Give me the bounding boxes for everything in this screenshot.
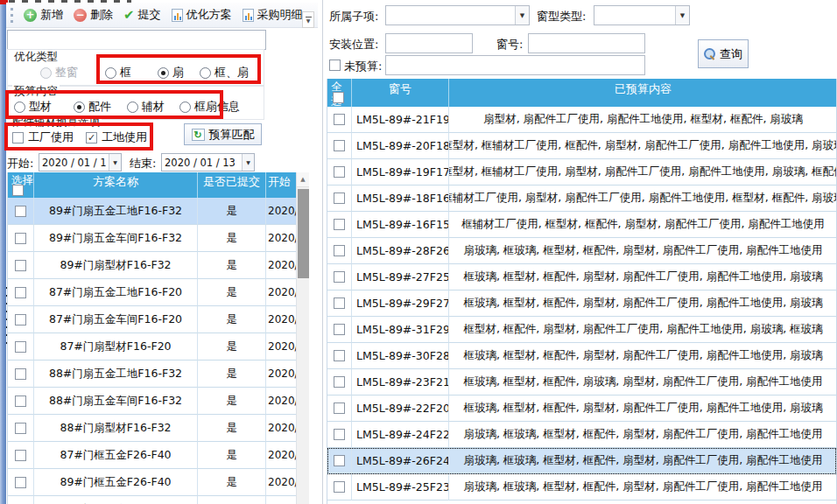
row-checkbox[interactable] (15, 287, 26, 298)
plan-header-name[interactable]: 方案名称 (34, 172, 198, 198)
start-date-picker[interactable]: 2020 / 01 / 1 ▼ (39, 153, 122, 172)
plan-header-submitted[interactable]: 是否已提交 (198, 172, 266, 198)
toolbar-button-remove[interactable]: −删除 (68, 5, 118, 24)
table-row[interactable]: LM5L-89#-27F25框玻璃, 框型材, 框配件, 扇型材, 扇配件工厂使… (327, 264, 836, 290)
row-checkbox[interactable] (15, 260, 26, 271)
row-checkbox[interactable] (334, 350, 345, 361)
row-checkbox[interactable] (334, 140, 345, 151)
radio-budget-2[interactable]: 配件 (74, 99, 111, 115)
table-row[interactable]: 89#门扇五金工地F16-F32是2020/0 (8, 198, 309, 225)
table-row[interactable]: LM5L-89#-18F16框辅材工厂使用, 扇型材, 扇配件工厂使用, 扇配件… (327, 186, 836, 212)
toolbar-grip[interactable] (11, 8, 13, 23)
table-row[interactable]: 88#门扇五金工地F16-F32是2020/0 (8, 360, 309, 388)
header-window-no[interactable]: 窗号 (352, 79, 449, 107)
row-checkbox[interactable] (334, 402, 345, 414)
table-row[interactable]: 87#门框五金F26-F40是2020/0 (8, 442, 309, 469)
row-checkbox[interactable] (334, 324, 345, 335)
row-checkbox[interactable] (334, 271, 345, 283)
budgeted-content-cell: 框辅材工厂使用, 扇型材, 扇配件工厂使用, 扇配件工地使用, 框型材, 框配件… (449, 186, 837, 212)
radio-budget-4[interactable]: 框扇信息 (179, 99, 240, 115)
window-type-select[interactable]: ▼ (594, 5, 690, 25)
row-checkbox[interactable] (15, 314, 26, 326)
table-row[interactable]: 88#门扇五金车间F16-F32是2020/0 (8, 388, 309, 415)
plan-header-start[interactable]: 开始 (266, 172, 297, 198)
row-checkbox[interactable] (15, 396, 26, 407)
table-row[interactable]: 89#门扇型材F16-F32是2020/0 (8, 252, 309, 279)
table-row[interactable]: LM5L-89#-19F17框型材, 框辅材工厂使用, 扇型材, 扇配件工厂使用… (327, 159, 836, 186)
row-checkbox[interactable] (334, 429, 345, 440)
row-checkbox[interactable] (334, 192, 345, 204)
table-row[interactable]: LM5L-89#-16F15框辅材工厂使用, 框型材, 框配件, 扇型材, 扇配… (327, 212, 836, 238)
table-row[interactable]: LM5L-89#-20F18框型材, 框辅材工厂使用, 框配件, 扇型材, 扇配… (327, 133, 836, 159)
radio-budget-3[interactable]: 辅材 (127, 99, 165, 115)
row-checkbox[interactable] (15, 233, 26, 244)
submitted-cell: 是 (198, 442, 266, 469)
row-checkbox[interactable] (334, 455, 345, 466)
radio-optimize-3[interactable]: 扇 (158, 65, 184, 80)
row-checkbox[interactable] (334, 166, 345, 178)
row-checkbox[interactable] (334, 298, 345, 309)
table-row[interactable]: LM5L-89#-24F22扇玻璃, 框玻璃, 框型材, 框配件, 扇型材, 扇… (327, 422, 836, 448)
chevron-down-icon[interactable]: ▼ (675, 6, 689, 24)
scroll-up-icon[interactable]: ▲ (297, 172, 309, 187)
window-no-input[interactable] (528, 33, 645, 53)
checkbox-site-use[interactable]: ✓工地使用 (86, 130, 147, 145)
plan-table-scrollbar[interactable]: ▲ (296, 172, 309, 504)
window-no-cell: LM5L-89#-23F21 (352, 369, 449, 396)
table-row[interactable]: LM5L-89#-21F19扇型材, 扇配件工厂使用, 扇配件工地使用, 框型材… (327, 107, 836, 133)
select-all-windows-checkbox[interactable] (333, 92, 344, 103)
chevron-down-icon[interactable]: ▼ (242, 154, 254, 171)
table-row[interactable]: LM5L-89#-30F28框玻璃, 框型材, 框配件, 扇型材, 扇配件工厂使… (327, 343, 836, 369)
table-row[interactable]: LM5L-89#-22F20框玻璃, 框型材, 框配件, 扇型材, 扇配件工厂使… (327, 396, 836, 422)
chevron-down-icon[interactable]: ▼ (515, 6, 529, 24)
toolbar-button-report[interactable]: 优化方案 (166, 5, 237, 24)
radio-optimize-2[interactable]: 框 (105, 65, 131, 80)
toolbar-button-add[interactable]: +新增 (18, 5, 68, 24)
query-button[interactable]: 查询 (698, 39, 749, 68)
table-row[interactable]: LM5L-89#-26F24扇玻璃, 框玻璃, 框型材, 框配件, 扇型材, 扇… (327, 448, 836, 474)
window-no-label: 窗号: (496, 37, 523, 52)
header-budgeted-content[interactable]: 已预算内容 (449, 79, 837, 107)
chevron-down-icon[interactable]: ▼ (109, 154, 121, 171)
table-row[interactable]: 88#门扇型材F16-F32是2020/0 (8, 415, 309, 442)
row-checkbox[interactable] (334, 481, 345, 493)
scrollbar-thumb[interactable] (298, 189, 309, 278)
table-row[interactable]: 88#门框五金F21-F40是2020/0 (8, 496, 309, 504)
table-row[interactable]: LM5L-89#-31F29框型材, 框配件, 扇型材, 扇配件工厂使用, 扇配… (327, 317, 836, 343)
table-row[interactable]: LM5L-89#-25F23扇玻璃, 框玻璃, 框型材, 框配件, 扇型材, 扇… (327, 474, 836, 500)
not-budgeted-checkbox[interactable] (329, 60, 341, 71)
table-row[interactable]: LM5L-89#-23F21框玻璃, 框型材, 框配件, 扇玻璃, 扇型材, 扇… (327, 369, 836, 396)
plan-filter-input[interactable] (7, 30, 266, 50)
table-row[interactable]: LM5L-89#-28F26扇玻璃, 框玻璃, 框型材, 框配件, 扇型材, 扇… (327, 238, 836, 264)
row-checkbox[interactable] (15, 477, 26, 488)
radio-optimize-4[interactable]: 框、扇 (200, 65, 249, 80)
row-checkbox[interactable] (334, 114, 345, 125)
install-position-input[interactable] (385, 33, 473, 53)
budget-match-button[interactable]: ↻ 预算匹配 (184, 123, 262, 145)
panel-splitter[interactable] (322, 0, 323, 504)
row-checkbox[interactable] (15, 341, 26, 353)
table-row[interactable]: 87#门扇型材F16-F20是2020/0 (8, 333, 309, 360)
row-checkbox[interactable] (15, 206, 26, 217)
checkbox-factory-use[interactable]: 工厂使用 (12, 130, 74, 145)
table-row[interactable]: 89#门框五金F26-F40是2020/0 (8, 469, 309, 496)
row-checkbox[interactable] (15, 450, 26, 461)
end-date-value: 2020 / 01 / 13 (162, 157, 242, 169)
table-row[interactable]: LM5L-89#-29F27框玻璃, 框型材, 框配件, 扇型材, 扇配件工厂使… (327, 290, 836, 317)
select-all-plans-checkbox[interactable] (12, 185, 24, 196)
radio-optimize-1[interactable]: 整窗 (40, 65, 78, 80)
table-row[interactable]: 87#门扇五金工地F16-F20是2020/0 (8, 279, 309, 306)
row-checkbox[interactable] (334, 245, 345, 256)
table-row[interactable]: 89#门扇五金车间F16-F32是2020/0 (8, 225, 309, 252)
sub-item-select[interactable]: ▼ (385, 5, 530, 25)
row-checkbox[interactable] (334, 219, 345, 230)
row-checkbox[interactable] (15, 423, 26, 434)
toolbar-overflow-button[interactable]: ▼ (302, 11, 314, 28)
not-budgeted-input[interactable] (385, 55, 645, 75)
row-checkbox[interactable] (15, 368, 26, 380)
toolbar-button-submit-check[interactable]: ✔提交 (118, 5, 166, 24)
end-date-picker[interactable]: 2020 / 01 / 13 ▼ (161, 153, 255, 172)
radio-budget-1[interactable]: 型材 (14, 99, 52, 115)
table-row[interactable]: 87#门扇五金车间F16-F20是2020/0 (8, 306, 309, 333)
row-checkbox[interactable] (334, 376, 345, 388)
